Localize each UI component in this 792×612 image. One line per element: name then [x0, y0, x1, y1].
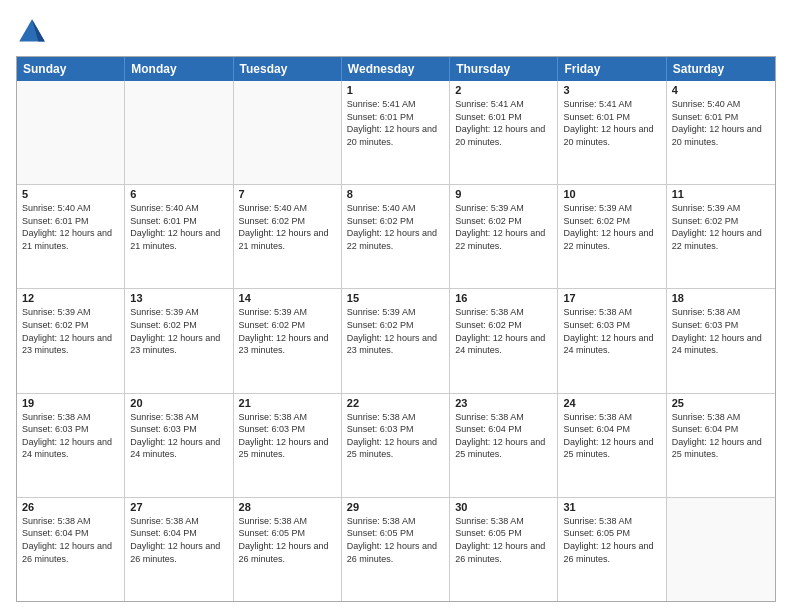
calendar-week-4: 19Sunrise: 5:38 AM Sunset: 6:03 PM Dayli… [17, 394, 775, 498]
day-number: 25 [672, 397, 770, 409]
calendar-body: 1Sunrise: 5:41 AM Sunset: 6:01 PM Daylig… [17, 81, 775, 601]
day-number: 27 [130, 501, 227, 513]
empty-cell [667, 498, 775, 601]
day-cell-23: 23Sunrise: 5:38 AM Sunset: 6:04 PM Dayli… [450, 394, 558, 497]
day-info: Sunrise: 5:38 AM Sunset: 6:03 PM Dayligh… [22, 411, 119, 461]
day-number: 8 [347, 188, 444, 200]
day-info: Sunrise: 5:38 AM Sunset: 6:03 PM Dayligh… [672, 306, 770, 356]
logo [16, 16, 52, 48]
day-header-friday: Friday [558, 57, 666, 81]
day-info: Sunrise: 5:41 AM Sunset: 6:01 PM Dayligh… [347, 98, 444, 148]
day-cell-30: 30Sunrise: 5:38 AM Sunset: 6:05 PM Dayli… [450, 498, 558, 601]
calendar-page: SundayMondayTuesdayWednesdayThursdayFrid… [0, 0, 792, 612]
day-header-thursday: Thursday [450, 57, 558, 81]
calendar-week-1: 1Sunrise: 5:41 AM Sunset: 6:01 PM Daylig… [17, 81, 775, 185]
day-cell-13: 13Sunrise: 5:39 AM Sunset: 6:02 PM Dayli… [125, 289, 233, 392]
day-number: 29 [347, 501, 444, 513]
day-number: 18 [672, 292, 770, 304]
day-number: 10 [563, 188, 660, 200]
day-cell-27: 27Sunrise: 5:38 AM Sunset: 6:04 PM Dayli… [125, 498, 233, 601]
calendar-header-row: SundayMondayTuesdayWednesdayThursdayFrid… [17, 57, 775, 81]
day-cell-2: 2Sunrise: 5:41 AM Sunset: 6:01 PM Daylig… [450, 81, 558, 184]
day-number: 17 [563, 292, 660, 304]
day-info: Sunrise: 5:38 AM Sunset: 6:02 PM Dayligh… [455, 306, 552, 356]
day-info: Sunrise: 5:40 AM Sunset: 6:02 PM Dayligh… [239, 202, 336, 252]
day-number: 28 [239, 501, 336, 513]
day-info: Sunrise: 5:39 AM Sunset: 6:02 PM Dayligh… [22, 306, 119, 356]
day-cell-4: 4Sunrise: 5:40 AM Sunset: 6:01 PM Daylig… [667, 81, 775, 184]
day-cell-3: 3Sunrise: 5:41 AM Sunset: 6:01 PM Daylig… [558, 81, 666, 184]
day-info: Sunrise: 5:40 AM Sunset: 6:01 PM Dayligh… [672, 98, 770, 148]
day-number: 4 [672, 84, 770, 96]
day-number: 26 [22, 501, 119, 513]
day-cell-17: 17Sunrise: 5:38 AM Sunset: 6:03 PM Dayli… [558, 289, 666, 392]
day-header-tuesday: Tuesday [234, 57, 342, 81]
day-info: Sunrise: 5:38 AM Sunset: 6:05 PM Dayligh… [563, 515, 660, 565]
day-info: Sunrise: 5:38 AM Sunset: 6:04 PM Dayligh… [455, 411, 552, 461]
day-cell-14: 14Sunrise: 5:39 AM Sunset: 6:02 PM Dayli… [234, 289, 342, 392]
day-info: Sunrise: 5:39 AM Sunset: 6:02 PM Dayligh… [239, 306, 336, 356]
day-info: Sunrise: 5:40 AM Sunset: 6:01 PM Dayligh… [130, 202, 227, 252]
day-number: 14 [239, 292, 336, 304]
day-info: Sunrise: 5:38 AM Sunset: 6:04 PM Dayligh… [672, 411, 770, 461]
day-number: 13 [130, 292, 227, 304]
day-info: Sunrise: 5:40 AM Sunset: 6:01 PM Dayligh… [22, 202, 119, 252]
day-cell-19: 19Sunrise: 5:38 AM Sunset: 6:03 PM Dayli… [17, 394, 125, 497]
day-cell-6: 6Sunrise: 5:40 AM Sunset: 6:01 PM Daylig… [125, 185, 233, 288]
day-info: Sunrise: 5:39 AM Sunset: 6:02 PM Dayligh… [455, 202, 552, 252]
day-cell-20: 20Sunrise: 5:38 AM Sunset: 6:03 PM Dayli… [125, 394, 233, 497]
day-header-saturday: Saturday [667, 57, 775, 81]
day-number: 9 [455, 188, 552, 200]
day-cell-18: 18Sunrise: 5:38 AM Sunset: 6:03 PM Dayli… [667, 289, 775, 392]
calendar-week-3: 12Sunrise: 5:39 AM Sunset: 6:02 PM Dayli… [17, 289, 775, 393]
day-header-monday: Monday [125, 57, 233, 81]
day-number: 21 [239, 397, 336, 409]
day-cell-21: 21Sunrise: 5:38 AM Sunset: 6:03 PM Dayli… [234, 394, 342, 497]
day-info: Sunrise: 5:41 AM Sunset: 6:01 PM Dayligh… [455, 98, 552, 148]
day-cell-10: 10Sunrise: 5:39 AM Sunset: 6:02 PM Dayli… [558, 185, 666, 288]
day-cell-28: 28Sunrise: 5:38 AM Sunset: 6:05 PM Dayli… [234, 498, 342, 601]
day-number: 1 [347, 84, 444, 96]
day-number: 11 [672, 188, 770, 200]
day-cell-24: 24Sunrise: 5:38 AM Sunset: 6:04 PM Dayli… [558, 394, 666, 497]
day-info: Sunrise: 5:38 AM Sunset: 6:05 PM Dayligh… [239, 515, 336, 565]
day-header-wednesday: Wednesday [342, 57, 450, 81]
day-number: 7 [239, 188, 336, 200]
day-cell-15: 15Sunrise: 5:39 AM Sunset: 6:02 PM Dayli… [342, 289, 450, 392]
day-cell-31: 31Sunrise: 5:38 AM Sunset: 6:05 PM Dayli… [558, 498, 666, 601]
day-cell-8: 8Sunrise: 5:40 AM Sunset: 6:02 PM Daylig… [342, 185, 450, 288]
day-cell-7: 7Sunrise: 5:40 AM Sunset: 6:02 PM Daylig… [234, 185, 342, 288]
day-info: Sunrise: 5:38 AM Sunset: 6:03 PM Dayligh… [239, 411, 336, 461]
day-cell-29: 29Sunrise: 5:38 AM Sunset: 6:05 PM Dayli… [342, 498, 450, 601]
day-info: Sunrise: 5:39 AM Sunset: 6:02 PM Dayligh… [130, 306, 227, 356]
day-cell-26: 26Sunrise: 5:38 AM Sunset: 6:04 PM Dayli… [17, 498, 125, 601]
day-number: 19 [22, 397, 119, 409]
day-number: 2 [455, 84, 552, 96]
day-number: 16 [455, 292, 552, 304]
day-number: 30 [455, 501, 552, 513]
day-info: Sunrise: 5:38 AM Sunset: 6:04 PM Dayligh… [563, 411, 660, 461]
day-number: 31 [563, 501, 660, 513]
day-info: Sunrise: 5:40 AM Sunset: 6:02 PM Dayligh… [347, 202, 444, 252]
day-cell-9: 9Sunrise: 5:39 AM Sunset: 6:02 PM Daylig… [450, 185, 558, 288]
day-cell-1: 1Sunrise: 5:41 AM Sunset: 6:01 PM Daylig… [342, 81, 450, 184]
day-info: Sunrise: 5:38 AM Sunset: 6:05 PM Dayligh… [347, 515, 444, 565]
day-number: 23 [455, 397, 552, 409]
day-info: Sunrise: 5:38 AM Sunset: 6:03 PM Dayligh… [563, 306, 660, 356]
day-cell-12: 12Sunrise: 5:39 AM Sunset: 6:02 PM Dayli… [17, 289, 125, 392]
day-number: 20 [130, 397, 227, 409]
day-info: Sunrise: 5:38 AM Sunset: 6:05 PM Dayligh… [455, 515, 552, 565]
day-header-sunday: Sunday [17, 57, 125, 81]
empty-cell [17, 81, 125, 184]
logo-icon [16, 16, 48, 48]
calendar: SundayMondayTuesdayWednesdayThursdayFrid… [16, 56, 776, 602]
day-number: 12 [22, 292, 119, 304]
calendar-week-2: 5Sunrise: 5:40 AM Sunset: 6:01 PM Daylig… [17, 185, 775, 289]
day-info: Sunrise: 5:39 AM Sunset: 6:02 PM Dayligh… [347, 306, 444, 356]
day-cell-5: 5Sunrise: 5:40 AM Sunset: 6:01 PM Daylig… [17, 185, 125, 288]
day-number: 22 [347, 397, 444, 409]
day-cell-25: 25Sunrise: 5:38 AM Sunset: 6:04 PM Dayli… [667, 394, 775, 497]
day-number: 24 [563, 397, 660, 409]
day-cell-22: 22Sunrise: 5:38 AM Sunset: 6:03 PM Dayli… [342, 394, 450, 497]
day-info: Sunrise: 5:39 AM Sunset: 6:02 PM Dayligh… [563, 202, 660, 252]
